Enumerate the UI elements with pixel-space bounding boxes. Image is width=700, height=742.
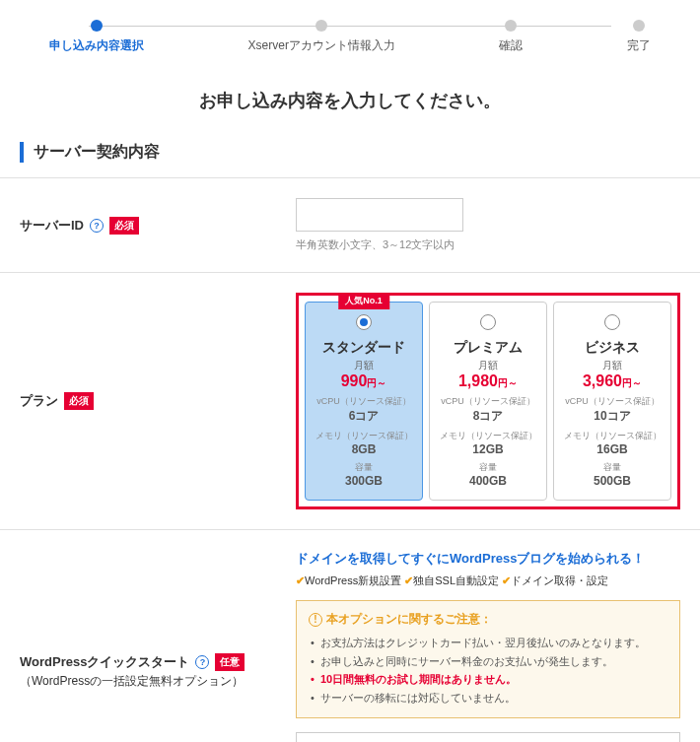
- caution-box: !本オプションに関するご注意： お支払方法はクレジットカード払い・翌月後払いのみ…: [296, 600, 680, 718]
- plan-label: プラン: [20, 392, 58, 410]
- server-id-value: 半角英数小文字、3～12文字以内: [296, 198, 680, 252]
- step-dot-icon: [505, 20, 517, 32]
- server-id-row: サーバーID ? 必須 半角英数小文字、3～12文字以内: [0, 177, 700, 272]
- step-1: 申し込み内容選択: [49, 20, 144, 54]
- step-3: 確認: [499, 20, 523, 54]
- spec-mem-label: メモリ（リソース保証）: [560, 430, 665, 442]
- step-label: Xserverアカウント情報入力: [248, 37, 395, 54]
- page-title: お申し込み内容を入力してください。: [0, 64, 700, 142]
- required-badge: 必須: [109, 217, 139, 235]
- plan-card-standard[interactable]: 人気No.1 スタンダード 月額 990円～ vCPU（リソース保証） 6コア …: [305, 302, 423, 501]
- plan-cards-highlight: 人気No.1 スタンダード 月額 990円～ vCPU（リソース保証） 6コア …: [296, 293, 680, 509]
- spec-mem-label: メモリ（リソース保証）: [436, 430, 540, 442]
- check-icon: ✔: [404, 574, 413, 586]
- quickstart-title: ドメインを取得してすぐにWordPressブログを始められる！: [296, 550, 680, 568]
- caution-item: お申し込みと同時にサーバー料金のお支払いが発生します。: [309, 652, 667, 671]
- step-dot-icon: [633, 20, 645, 32]
- plan-label-area: プラン 必須: [20, 293, 296, 509]
- step-4: 完了: [627, 20, 651, 54]
- server-id-input[interactable]: [296, 198, 463, 232]
- quickstart-sublabel: （WordPressの一括設定無料オプション）: [20, 673, 296, 690]
- spec-cap-val: 400GB: [436, 474, 540, 488]
- quickstart-checkbox-wrap[interactable]: 利用する: [296, 732, 680, 742]
- spec-mem-val: 8GB: [312, 442, 416, 456]
- caution-item: お支払方法はクレジットカード払い・翌月後払いのみとなります。: [309, 634, 667, 652]
- plan-monthly-label: 月額: [436, 359, 540, 372]
- plan-price: 990円～: [312, 372, 416, 390]
- progress-stepper: 申し込み内容選択 Xserverアカウント情報入力 確認 完了: [0, 0, 700, 64]
- radio-icon: [604, 314, 620, 330]
- spec-vcpu-val: 10コア: [560, 408, 665, 425]
- optional-badge: 任意: [215, 653, 245, 671]
- server-id-label: サーバーID: [20, 217, 84, 235]
- radio-icon: [480, 314, 496, 330]
- quickstart-features: ✔WordPress新規設置 ✔独自SSL自動設定 ✔ドメイン取得・設定: [296, 573, 680, 588]
- plan-value: 人気No.1 スタンダード 月額 990円～ vCPU（リソース保証） 6コア …: [296, 293, 680, 509]
- spec-vcpu-val: 6コア: [312, 408, 416, 425]
- plan-name: プレミアム: [436, 339, 540, 357]
- check-icon: ✔: [296, 574, 305, 586]
- spec-cap-label: 容量: [436, 461, 540, 474]
- spec-mem-label: メモリ（リソース保証）: [312, 430, 416, 442]
- plan-row: プラン 必須 人気No.1 スタンダード 月額 990円～ vCPU（リソース保…: [0, 272, 700, 529]
- warning-icon: !: [309, 613, 322, 627]
- section-title: サーバー契約内容: [20, 142, 680, 163]
- step-label: 確認: [499, 37, 523, 54]
- quickstart-label-area: WordPressクイックスタート ? 任意 （WordPressの一括設定無料…: [20, 550, 296, 742]
- plan-name: スタンダード: [312, 339, 416, 357]
- spec-mem-val: 12GB: [436, 442, 540, 456]
- plan-price: 3,960円～: [560, 372, 665, 390]
- server-id-label-area: サーバーID ? 必須: [20, 198, 296, 252]
- required-badge: 必須: [64, 392, 94, 410]
- step-label: 申し込み内容選択: [49, 37, 144, 54]
- server-id-note: 半角英数小文字、3～12文字以内: [296, 237, 680, 252]
- quickstart-value: ドメインを取得してすぐにWordPressブログを始められる！ ✔WordPre…: [296, 550, 680, 742]
- spec-cap-label: 容量: [560, 461, 665, 474]
- spec-vcpu-label: vCPU（リソース保証）: [312, 395, 416, 408]
- caution-title: !本オプションに関するご注意：: [309, 611, 667, 628]
- plan-card-premium[interactable]: プレミアム 月額 1,980円～ vCPU（リソース保証） 8コア メモリ（リソ…: [429, 302, 547, 501]
- spec-cap-val: 300GB: [312, 474, 416, 488]
- spec-vcpu-label: vCPU（リソース保証）: [560, 395, 665, 408]
- caution-list: お支払方法はクレジットカード払い・翌月後払いのみとなります。 お申し込みと同時に…: [309, 634, 667, 708]
- step-dot-icon: [91, 20, 103, 32]
- step-2: Xserverアカウント情報入力: [248, 20, 395, 54]
- check-icon: ✔: [502, 574, 511, 586]
- quickstart-row: WordPressクイックスタート ? 任意 （WordPressの一括設定無料…: [0, 529, 700, 742]
- spec-vcpu-val: 8コア: [436, 408, 540, 425]
- caution-item: 10日間無料のお試し期間はありません。: [309, 670, 667, 689]
- plan-price: 1,980円～: [436, 372, 540, 390]
- spec-cap-val: 500GB: [560, 474, 665, 488]
- popular-badge: 人気No.1: [338, 293, 389, 309]
- help-icon[interactable]: ?: [195, 655, 209, 669]
- plan-monthly-label: 月額: [560, 359, 665, 372]
- spec-cap-label: 容量: [312, 461, 416, 474]
- spec-mem-val: 16GB: [560, 442, 665, 456]
- step-dot-icon: [315, 20, 327, 32]
- plan-name: ビジネス: [560, 339, 665, 357]
- spec-vcpu-label: vCPU（リソース保証）: [436, 395, 540, 408]
- quickstart-label: WordPressクイックスタート: [20, 653, 189, 671]
- plan-card-business[interactable]: ビジネス 月額 3,960円～ vCPU（リソース保証） 10コア メモリ（リソ…: [553, 302, 671, 501]
- help-icon[interactable]: ?: [90, 219, 104, 233]
- radio-icon: [356, 314, 372, 330]
- caution-item: サーバーの移転には対応していません。: [309, 689, 667, 708]
- plan-monthly-label: 月額: [312, 359, 416, 372]
- step-label: 完了: [627, 37, 651, 54]
